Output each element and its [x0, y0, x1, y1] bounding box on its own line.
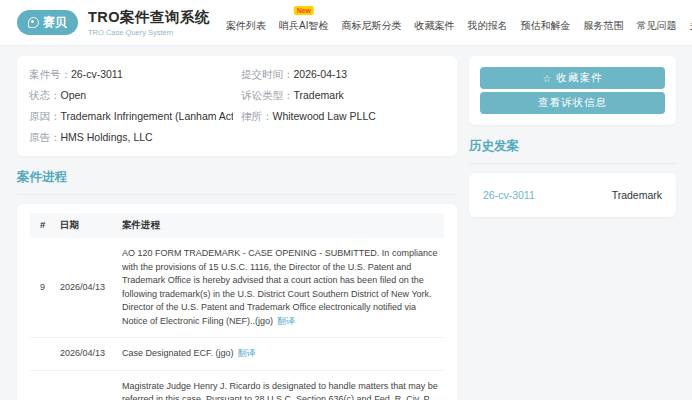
case-field-label: 诉讼类型：	[241, 89, 294, 101]
progress-row-date: 2026/04/13	[60, 347, 122, 361]
actions-card: ☆ 收藏案件 查看诉状信息	[469, 56, 676, 125]
view-complaint-button[interactable]: 查看诉状信息	[480, 92, 665, 114]
case-field-label: 原因：	[29, 110, 61, 122]
progress-divider	[17, 194, 457, 195]
app-subtitle: TRO Case Query System	[88, 28, 210, 37]
app-title-block: TRO案件查询系统 TRO Case Query System	[88, 8, 210, 37]
progress-row-text: Magistrate Judge Henry J. Ricardo is des…	[122, 380, 440, 400]
history-case-link[interactable]: 26-cv-3011	[483, 189, 535, 201]
progress-row-text: AO 120 FORM TRADEMARK - CASE OPENING - S…	[122, 247, 440, 328]
case-field-label: 律所：	[241, 110, 273, 122]
case-field-value: 26-cv-3011	[71, 68, 123, 80]
case-field-1: 提交时间：2026-04-13	[241, 64, 445, 85]
page-content: 案件号：26-cv-3011提交时间：2026-04-13状态：Open诉讼类型…	[0, 46, 692, 400]
saibei-logo-icon	[28, 17, 39, 28]
nav-item-5[interactable]: 预估和解金	[521, 13, 571, 33]
case-info-card: 案件号：26-cv-3011提交时间：2026-04-13状态：Open诉讼类型…	[17, 56, 457, 156]
star-icon: ☆	[543, 73, 553, 84]
col-header-date: 日期	[60, 219, 122, 232]
nav-item-6[interactable]: 服务范围	[584, 13, 624, 33]
progress-row-0: 92026/04/13AO 120 FORM TRADEMARK - CASE …	[30, 238, 444, 338]
case-field-4: 原因：Trademark Infringement (Lanham Act)	[29, 106, 233, 127]
favorite-case-button[interactable]: ☆ 收藏案件	[480, 67, 665, 89]
nav-item-1[interactable]: 哨兵AI智检New	[279, 13, 328, 33]
new-badge: New	[294, 6, 314, 15]
case-field-2: 状态：Open	[29, 85, 233, 106]
saibei-logo[interactable]: 赛贝	[17, 10, 78, 35]
case-field-value: Whitewood Law PLLC	[273, 110, 376, 122]
case-field-6: 原告：HMS Holdings, LLC	[29, 127, 233, 148]
nav-item-0[interactable]: 案件列表	[226, 13, 266, 33]
progress-heading: 案件进程	[17, 169, 457, 186]
case-field-value: Trademark Infringement (Lanham Act)	[61, 110, 234, 122]
case-field-value: Open	[61, 89, 87, 101]
case-field-value: Trademark	[294, 89, 344, 101]
translate-link[interactable]: 翻译	[238, 348, 256, 358]
favorite-case-label: 收藏案件	[556, 71, 602, 85]
view-complaint-label: 查看诉状信息	[538, 96, 607, 110]
case-field-label: 提交时间：	[241, 68, 294, 80]
progress-table-header: # 日期 案件进程	[30, 213, 444, 238]
main-nav: 案件列表哨兵AI智检New商标尼斯分类收藏案件我的报名预估和解金服务范围常见问题…	[226, 13, 692, 33]
app-header: 赛贝 TRO案件查询系统 TRO Case Query System 案件列表哨…	[0, 0, 692, 46]
case-field-label: 案件号：	[29, 68, 71, 80]
nav-item-3[interactable]: 收藏案件	[415, 13, 455, 33]
case-field-3: 诉讼类型：Trademark	[241, 85, 445, 106]
right-column: ☆ 收藏案件 查看诉状信息 历史发案 26-cv-3011Trademark	[469, 56, 676, 217]
progress-row-text: Case Designated ECF. (jgo)翻译	[122, 347, 440, 361]
saibei-logo-text: 赛贝	[43, 14, 67, 31]
col-header-progress: 案件进程	[122, 219, 440, 232]
history-divider	[469, 163, 676, 164]
nav-item-4[interactable]: 我的报名	[468, 13, 508, 33]
history-card: 26-cv-3011Trademark	[469, 173, 676, 217]
case-field-label: 状态：	[29, 89, 61, 101]
history-heading: 历史发案	[469, 138, 676, 155]
case-field-5: 律所：Whitewood Law PLLC	[241, 106, 445, 127]
history-case-type: Trademark	[612, 189, 662, 201]
case-field-value: HMS Holdings, LLC	[61, 131, 153, 143]
col-header-index: #	[34, 219, 60, 232]
progress-table-body: 92026/04/13AO 120 FORM TRADEMARK - CASE …	[30, 238, 444, 400]
case-field-0: 案件号：26-cv-3011	[29, 64, 233, 85]
translate-link[interactable]: 翻译	[277, 316, 295, 326]
progress-row-date: 2026/04/13	[60, 281, 122, 295]
app-title: TRO案件查询系统	[88, 8, 210, 27]
progress-row-2: 2026/04/13Magistrate Judge Henry J. Rica…	[30, 371, 444, 400]
history-row-0: 26-cv-3011Trademark	[481, 177, 664, 213]
case-field-value: 2026-04-13	[294, 68, 348, 80]
progress-row-index: 9	[34, 281, 60, 295]
nav-item-7[interactable]: 常见问题	[637, 13, 677, 33]
nav-item-2[interactable]: 商标尼斯分类	[342, 13, 402, 33]
case-progress-card: # 日期 案件进程 92026/04/13AO 120 FORM TRADEMA…	[17, 204, 457, 400]
left-column: 案件号：26-cv-3011提交时间：2026-04-13状态：Open诉讼类型…	[17, 56, 457, 400]
case-field-label: 原告：	[29, 131, 61, 143]
progress-row-1: 2026/04/13Case Designated ECF. (jgo)翻译	[30, 338, 444, 371]
